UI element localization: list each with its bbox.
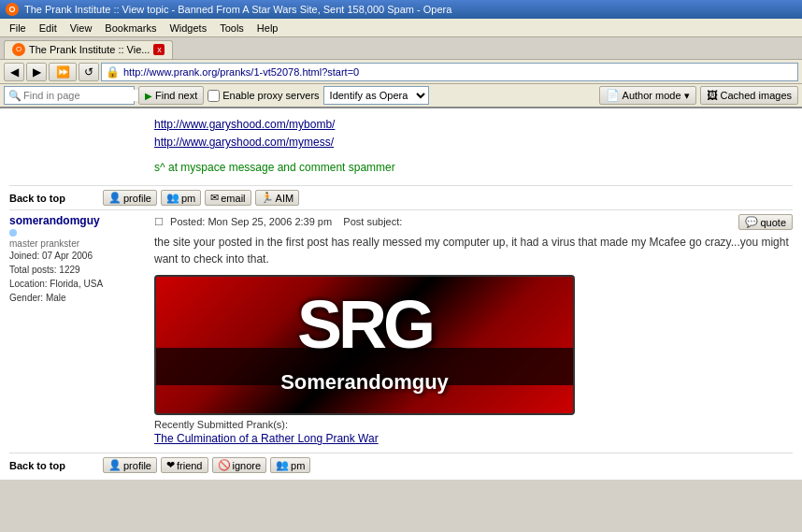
recently-submitted-label: Recently Submitted Prank(s): xyxy=(154,419,793,430)
tab-label: The Prank Institute :: Vie... xyxy=(29,44,150,55)
post2-pm-button[interactable]: 👥 pm xyxy=(270,457,310,473)
post1-pm-label: pm xyxy=(181,193,195,204)
reload-button[interactable]: ⏩ xyxy=(49,63,77,81)
pm-icon-2: 👥 xyxy=(276,459,289,471)
find-next-button[interactable]: ▶ Find next xyxy=(138,86,204,105)
menu-help[interactable]: Help xyxy=(251,21,284,36)
author-mode-label: Author mode xyxy=(623,90,681,101)
post2-quote-button[interactable]: 💬 quote xyxy=(738,214,793,230)
menu-bar: File Edit View Bookmarks Widgets Tools H… xyxy=(0,19,802,37)
menu-view[interactable]: View xyxy=(64,21,98,36)
post2-joined: Joined: 07 Apr 2006 xyxy=(9,249,145,263)
post2-profile-button[interactable]: 👤 profile xyxy=(103,457,157,473)
post2-ignore-button[interactable]: 🚫 ignore xyxy=(212,457,267,473)
post1-profile-button[interactable]: 👤 profile xyxy=(103,190,157,206)
pm-icon-1: 👥 xyxy=(166,192,179,204)
post2-author-online-dot xyxy=(9,229,17,237)
title-bar: O The Prank Institute :: View topic - Ba… xyxy=(0,0,802,19)
post1-links: http://www.garyshood.com/mybomb/ http://… xyxy=(9,116,793,155)
menu-edit[interactable]: Edit xyxy=(34,21,63,36)
back-to-top-label-1: Back to top xyxy=(9,193,103,204)
find-input[interactable] xyxy=(23,90,152,101)
play-icon: ▶ xyxy=(145,91,152,101)
cached-images-icon: 🖼 xyxy=(707,89,718,102)
post2-body: the site your posted in the first post h… xyxy=(154,234,793,267)
post2-icon: ☐ xyxy=(154,216,164,227)
stop-button[interactable]: ↺ xyxy=(79,63,99,81)
back-to-top-row-1: Back to top 👤 profile 👥 pm ✉ email 🏃 AIM xyxy=(9,185,793,209)
menu-file[interactable]: File xyxy=(4,21,32,36)
friend-icon: ❤ xyxy=(166,459,175,471)
aim-icon-1: 🏃 xyxy=(261,192,274,204)
post2-meta: ☐ Posted: Mon Sep 25, 2006 2:39 pm Post … xyxy=(154,216,402,228)
post1-pm-button[interactable]: 👥 pm xyxy=(161,190,201,206)
menu-tools[interactable]: Tools xyxy=(214,21,250,36)
address-bar[interactable]: 🔒 xyxy=(101,63,798,81)
nav-bar: ◀ ▶ ⏩ ↺ 🔒 xyxy=(0,60,802,84)
find-next-label: Find next xyxy=(155,90,197,101)
post2-subject: Post subject: xyxy=(343,216,402,227)
post2-pm-label: pm xyxy=(291,460,305,471)
post2-header: ☐ Posted: Mon Sep 25, 2006 2:39 pm Post … xyxy=(154,214,793,230)
enable-proxy-label[interactable]: Enable proxy servers xyxy=(208,90,319,102)
post2-friend-label: friend xyxy=(177,460,203,471)
post2-author-col: somerandomguy master prankster Joined: 0… xyxy=(9,214,154,445)
post2-section: somerandomguy master prankster Joined: 0… xyxy=(9,209,793,449)
post2-posts: Total posts: 1229 xyxy=(9,263,145,277)
menu-widgets[interactable]: Widgets xyxy=(164,21,212,36)
back-to-top-row-2: Back to top 👤 profile ❤ friend 🚫 ignore … xyxy=(9,453,793,477)
find-box[interactable]: 🔍 xyxy=(4,86,135,105)
back-to-top-label-2: Back to top xyxy=(9,460,103,471)
content-area: http://www.garyshood.com/mybomb/ http://… xyxy=(0,108,802,480)
tab-bar: O The Prank Institute :: Vie... x xyxy=(0,37,802,60)
srg-sub-text: Somerandomguy xyxy=(280,370,449,395)
profile-icon-2: 👤 xyxy=(108,459,122,471)
enable-proxy-text: Enable proxy servers xyxy=(222,90,319,101)
address-input[interactable] xyxy=(123,66,794,78)
link-mybomb[interactable]: http://www.garyshood.com/mybomb/ xyxy=(154,118,335,131)
window-title: The Prank Institute :: View topic - Bann… xyxy=(24,4,451,15)
identify-select[interactable]: Identify as Opera Identify as Firefox Id… xyxy=(323,86,429,105)
tab-close-button[interactable]: x xyxy=(153,44,165,55)
quote-icon: 💬 xyxy=(745,216,758,228)
tab-favicon: O xyxy=(12,43,25,56)
search-icon: 🔍 xyxy=(8,90,21,102)
post2-posted: Posted: Mon Sep 25, 2006 2:39 pm xyxy=(170,216,332,227)
post2-action-buttons: 👤 profile ❤ friend 🚫 ignore 👥 pm xyxy=(103,457,310,473)
post1-aim-label: AIM xyxy=(276,193,294,204)
post1-email-button[interactable]: ✉ email xyxy=(205,190,251,206)
post2-location: Location: Florida, USA xyxy=(9,277,145,291)
post2-author-info: Joined: 07 Apr 2006 Total posts: 1229 Lo… xyxy=(9,249,145,305)
search-toolbar: 🔍 ▶ Find next Enable proxy servers Ident… xyxy=(0,84,802,108)
opera-logo: O xyxy=(6,3,19,16)
author-mode-button[interactable]: 📄 Author mode ▾ xyxy=(599,86,696,105)
post1-text: s^ at myspace message and comment spamme… xyxy=(9,161,793,180)
post2-author-rank: master prankster xyxy=(9,238,145,249)
post1-email-label: email xyxy=(221,193,245,204)
post2-profile-label: profile xyxy=(123,460,151,471)
back-button[interactable]: ◀ xyxy=(4,63,24,81)
post1-body-text: s^ at myspace message and comment spamme… xyxy=(154,161,395,174)
prank-link[interactable]: The Culmination of a Rather Long Prank W… xyxy=(154,432,379,445)
link-mymess[interactable]: http://www.garyshood.com/mymess/ xyxy=(154,136,334,149)
post2-author-name[interactable]: somerandomguy xyxy=(9,214,145,227)
srg-text: SRG xyxy=(297,286,432,363)
author-mode-icon: 📄 xyxy=(606,89,620,102)
post1-aim-button[interactable]: 🏃 AIM xyxy=(255,190,300,206)
browser-tab[interactable]: O The Prank Institute :: Vie... x xyxy=(4,40,173,59)
post2-friend-button[interactable]: ❤ friend xyxy=(161,457,208,473)
email-icon-1: ✉ xyxy=(210,192,219,204)
forward-button[interactable]: ▶ xyxy=(26,63,47,81)
post1-action-buttons: 👤 profile 👥 pm ✉ email 🏃 AIM xyxy=(103,190,299,206)
post2-signature-image: SRG Somerandomguy xyxy=(154,275,575,415)
cached-images-button[interactable]: 🖼 Cached images xyxy=(700,86,798,105)
cached-images-label: Cached images xyxy=(721,90,792,101)
menu-bookmarks[interactable]: Bookmarks xyxy=(99,21,162,36)
post2-ignore-label: ignore xyxy=(233,460,262,471)
enable-proxy-checkbox[interactable] xyxy=(208,90,220,102)
post2-gender: Gender: Male xyxy=(9,291,145,305)
profile-icon-1: 👤 xyxy=(108,192,122,204)
address-icon: 🔒 xyxy=(106,65,120,79)
post2-content-col: ☐ Posted: Mon Sep 25, 2006 2:39 pm Post … xyxy=(154,214,793,445)
post1-profile-label: profile xyxy=(123,193,151,204)
